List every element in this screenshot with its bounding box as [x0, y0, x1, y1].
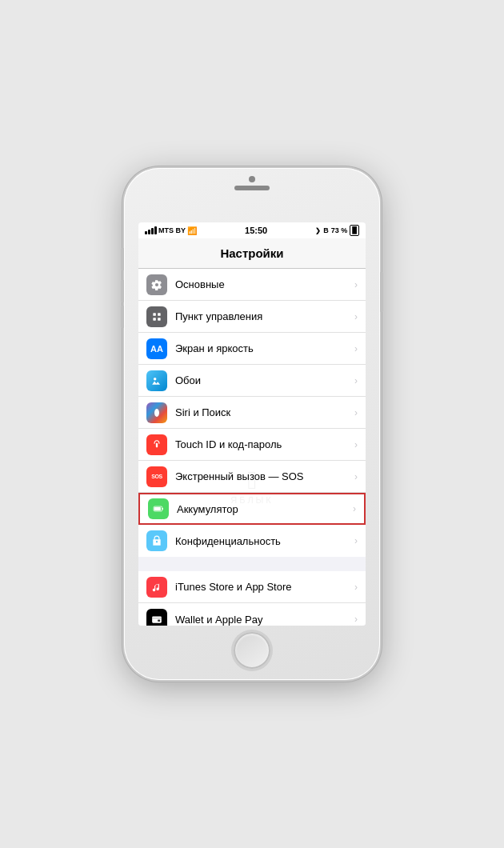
- privacy-icon: [146, 530, 167, 551]
- chevron-icon: ›: [353, 503, 356, 514]
- camera: [249, 176, 255, 182]
- siri-icon: [146, 402, 167, 423]
- touchid-label: Touch ID и код-пароль: [175, 438, 351, 450]
- settings-row-display[interactable]: AA Экран и яркость ›: [138, 333, 366, 365]
- chevron-icon: ›: [354, 311, 358, 322]
- settings-list: Основные › Пункт управления ›: [138, 269, 366, 626]
- settings-row-sos[interactable]: SOS Экстренный вызов — SOS ›: [138, 461, 366, 493]
- battery-settings-icon: [148, 498, 169, 519]
- svg-rect-2: [153, 318, 156, 321]
- chevron-icon: ›: [354, 375, 358, 386]
- wallpaper-icon: [146, 370, 167, 391]
- svg-rect-8: [154, 507, 161, 510]
- display-icon: AA: [146, 338, 167, 359]
- settings-row-siri[interactable]: Siri и Поиск ›: [138, 397, 366, 429]
- settings-row-control[interactable]: Пункт управления ›: [138, 301, 366, 333]
- carrier-label: MTS BY: [158, 226, 186, 234]
- location-icon: ❯: [315, 227, 321, 234]
- general-label: Основные: [175, 278, 351, 290]
- home-button[interactable]: [234, 632, 270, 669]
- battery-label: 73 %: [331, 226, 348, 234]
- status-time: 15:50: [245, 226, 267, 235]
- status-right: ❯ B 73 % █: [315, 225, 359, 236]
- settings-row-touchid[interactable]: Touch ID и код-пароль ›: [138, 429, 366, 461]
- settings-row-wallpaper[interactable]: Обои ›: [138, 365, 366, 397]
- wifi-icon: 📶: [187, 226, 197, 235]
- battery-icon: █: [350, 225, 359, 236]
- section-gap-1: [138, 557, 366, 571]
- svg-rect-0: [153, 313, 156, 316]
- wallet-icon: [146, 609, 167, 626]
- page-title: Настройки: [220, 246, 283, 260]
- settings-row-battery[interactable]: Аккумулятор ›: [138, 493, 366, 525]
- svg-rect-3: [158, 318, 161, 321]
- status-bar: MTS BY 📶 15:50 ❯ B 73 % █: [138, 222, 366, 238]
- gear-icon: [146, 274, 167, 295]
- touchid-icon: [146, 434, 167, 455]
- wallpaper-label: Обои: [175, 374, 351, 386]
- phone-top-notch: [234, 176, 270, 190]
- itunes-label: iTunes Store и App Store: [175, 581, 351, 593]
- siri-label: Siri и Поиск: [175, 406, 351, 418]
- section-1: Основные › Пункт управления ›: [138, 269, 366, 557]
- chevron-icon: ›: [354, 439, 358, 450]
- status-left: MTS BY 📶: [145, 226, 197, 235]
- settings-row-itunes[interactable]: iTunes Store и App Store ›: [138, 571, 366, 603]
- chevron-icon: ›: [354, 343, 358, 354]
- display-label: Экран и яркость: [175, 342, 351, 354]
- phone-frame: MTS BY 📶 15:50 ❯ B 73 % █ Настройки: [124, 168, 380, 680]
- svg-rect-9: [162, 508, 163, 510]
- svg-rect-10: [152, 617, 162, 623]
- privacy-label: Конфиденциальность: [175, 535, 351, 547]
- section-2: iTunes Store и App Store › Wallet и Appl…: [138, 571, 366, 626]
- signal-bars: [145, 226, 157, 234]
- settings-row-general[interactable]: Основные ›: [138, 269, 366, 301]
- speaker: [234, 186, 270, 190]
- phone-screen: MTS BY 📶 15:50 ❯ B 73 % █ Настройки: [138, 222, 366, 626]
- settings-row-wallet[interactable]: Wallet и Apple Pay ›: [138, 603, 366, 626]
- svg-rect-11: [158, 620, 160, 622]
- wallet-label: Wallet и Apple Pay: [175, 614, 351, 626]
- itunes-icon: [146, 577, 167, 598]
- control-label: Пункт управления: [175, 310, 351, 322]
- chevron-icon: ›: [354, 614, 358, 625]
- sos-label: Экстренный вызов — SOS: [175, 470, 351, 482]
- chevron-icon: ›: [354, 407, 358, 418]
- sos-icon: SOS: [146, 466, 167, 487]
- svg-point-4: [154, 377, 157, 380]
- chevron-icon: ›: [354, 535, 358, 546]
- svg-rect-1: [158, 313, 161, 316]
- navigation-bar: Настройки: [138, 238, 366, 269]
- battery-label-row: Аккумулятор: [177, 503, 350, 515]
- control-center-icon: [146, 306, 167, 327]
- chevron-icon: ›: [354, 279, 358, 290]
- chevron-icon: ›: [354, 582, 358, 593]
- bluetooth-icon: B: [323, 226, 329, 234]
- settings-row-privacy[interactable]: Конфиденциальность ›: [138, 525, 366, 557]
- chevron-icon: ›: [354, 471, 358, 482]
